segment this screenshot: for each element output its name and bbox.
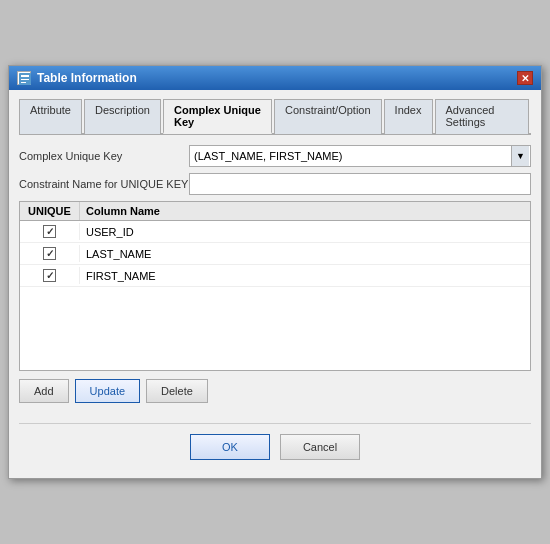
complex-unique-key-select[interactable]: (LAST_NAME, FIRST_NAME) (189, 145, 531, 167)
row2-checkbox[interactable] (43, 247, 56, 260)
action-buttons: Add Update Delete (19, 379, 531, 403)
row1-unique-cell (20, 223, 80, 240)
row1-checkbox[interactable] (43, 225, 56, 238)
svg-rect-1 (21, 75, 29, 77)
title-bar: Table Information ✕ (9, 66, 541, 90)
delete-button[interactable]: Delete (146, 379, 208, 403)
complex-unique-key-select-wrapper: (LAST_NAME, FIRST_NAME) ▼ (189, 145, 531, 167)
complex-unique-key-row: Complex Unique Key (LAST_NAME, FIRST_NAM… (19, 145, 531, 167)
window-icon (17, 71, 31, 85)
title-bar-left: Table Information (17, 71, 137, 85)
main-window: Table Information ✕ Attribute Descriptio… (8, 65, 542, 479)
tab-description[interactable]: Description (84, 99, 161, 134)
window-title: Table Information (37, 71, 137, 85)
table-row: LAST_NAME (20, 243, 530, 265)
header-column-name: Column Name (80, 202, 530, 220)
cancel-button[interactable]: Cancel (280, 434, 360, 460)
row3-column-name: FIRST_NAME (80, 268, 530, 284)
constraint-name-input[interactable] (189, 173, 531, 195)
content-area: Attribute Description Complex Unique Key… (9, 90, 541, 478)
tab-bar: Attribute Description Complex Unique Key… (19, 98, 531, 135)
constraint-name-label: Constraint Name for UNIQUE KEY (19, 178, 189, 190)
tab-attribute[interactable]: Attribute (19, 99, 82, 134)
table-row: FIRST_NAME (20, 265, 530, 287)
svg-rect-2 (21, 79, 29, 80)
row3-unique-cell (20, 267, 80, 284)
constraint-name-row: Constraint Name for UNIQUE KEY (19, 173, 531, 195)
close-button[interactable]: ✕ (517, 71, 533, 85)
tab-index[interactable]: Index (384, 99, 433, 134)
tab-complex-unique-key[interactable]: Complex Unique Key (163, 99, 272, 134)
row2-column-name: LAST_NAME (80, 246, 530, 262)
add-button[interactable]: Add (19, 379, 69, 403)
row1-column-name: USER_ID (80, 224, 530, 240)
columns-table: UNIQUE Column Name USER_ID LAST_NAME FI (19, 201, 531, 371)
svg-rect-3 (21, 82, 26, 83)
header-unique: UNIQUE (20, 202, 80, 220)
ok-button[interactable]: OK (190, 434, 270, 460)
row3-checkbox[interactable] (43, 269, 56, 282)
tab-constraint-option[interactable]: Constraint/Option (274, 99, 382, 134)
footer-bar: OK Cancel (19, 423, 531, 468)
update-button[interactable]: Update (75, 379, 140, 403)
table-header: UNIQUE Column Name (20, 202, 530, 221)
row2-unique-cell (20, 245, 80, 262)
tab-advanced-settings[interactable]: Advanced Settings (435, 99, 530, 134)
complex-unique-key-label: Complex Unique Key (19, 150, 189, 162)
table-row: USER_ID (20, 221, 530, 243)
